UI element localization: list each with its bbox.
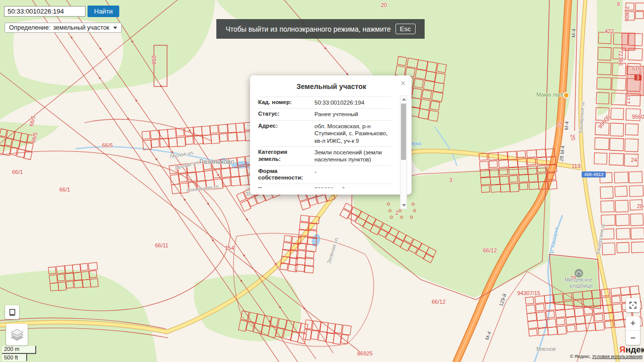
definition-label: Определение: [9, 24, 51, 31]
row-value: 738300 руб [314, 186, 391, 188]
row-value: Земли поселений (земли населенных пункто… [314, 149, 391, 163]
scale-imperial: 500 ft [2, 354, 27, 361]
cemetery-poi-icon[interactable] [575, 269, 583, 278]
chevron-down-icon [113, 27, 117, 29]
scrollbar-thumb[interactable] [401, 104, 406, 160]
row-label: Адрес: [258, 123, 314, 144]
measure-button[interactable] [5, 305, 19, 319]
search-button[interactable]: Найти [88, 6, 119, 17]
row-value: 50:33:0010226:194 [314, 99, 391, 106]
zoom-in-button[interactable]: + [626, 316, 640, 331]
parcel-info-popup: × Земельный участок Кад. номер: 50:33:00… [250, 75, 412, 195]
terms-link[interactable]: Условия использования [592, 354, 642, 359]
yandex-logo-ya: Я [619, 345, 625, 354]
popup-rows: Кад. номер: 50:33:0010226:194 Статус: Ра… [258, 97, 391, 188]
row-label: Категория земель: [258, 149, 314, 163]
esc-key-hint: Esc [395, 24, 416, 34]
scroll-up-icon[interactable] [402, 98, 406, 101]
row-label: Форма собственности: [258, 168, 314, 182]
road-number-badge: 46К-4913 [582, 171, 606, 177]
yandex-logo[interactable]: Яндекс [619, 345, 644, 355]
info-row: Адрес: обл. Московская, р-н Ступинский, … [258, 120, 391, 146]
zoom-controls: + − [626, 316, 640, 345]
block-number-badge: 3 [634, 75, 641, 80]
copyright-text: © Яндекс, [570, 354, 591, 359]
definition-select[interactable]: Определение: земельный участок [5, 23, 122, 33]
layers-button[interactable] [6, 324, 28, 345]
popup-title: Земельный участок [258, 82, 405, 90]
definition-value: земельный участок [53, 24, 110, 31]
fullscreen-exit-banner: Чтобы выйти из полноэкранного режима, на… [216, 19, 425, 39]
info-row: Форма собственности: - [258, 165, 391, 184]
search-bar: Найти [4, 6, 119, 17]
row-label: Кадастровая стоимость: [258, 186, 314, 188]
info-row: Категория земель: Земли поселений (земли… [258, 146, 391, 165]
info-row: Статус: Ранее учтенный [258, 108, 391, 120]
yandex-logo-rest: ндекс [625, 345, 644, 354]
close-icon[interactable]: × [399, 77, 407, 89]
cadastral-search-input[interactable] [4, 6, 86, 17]
row-label: Кад. номер: [258, 99, 314, 106]
copyright-line: © Яндекс, Условия использования [570, 354, 642, 359]
scale-metric: 200 m [2, 346, 36, 354]
banner-text: Чтобы выйти из полноэкранного режима, на… [225, 25, 390, 33]
scroll-down-icon[interactable] [402, 204, 406, 207]
fullscreen-button[interactable] [626, 298, 640, 312]
row-value: обл. Московская, р-н Ступинский, с. Рази… [314, 123, 391, 144]
row-value: - [314, 168, 391, 182]
info-row: Кад. номер: 50:33:0010226:194 [258, 97, 391, 108]
row-value: Ранее учтенный [314, 111, 391, 118]
ruler-icon [8, 308, 17, 317]
popup-scrollbar[interactable] [400, 96, 407, 209]
info-row: Кадастровая стоимость: 738300 руб [258, 184, 391, 188]
zoom-out-button[interactable]: − [626, 331, 640, 345]
map-scale: 200 m 500 ft [2, 346, 36, 361]
layers-icon [10, 328, 25, 341]
fullscreen-icon [629, 301, 637, 309]
row-label: Статус: [258, 111, 314, 118]
cafe-poi-icon[interactable] [563, 92, 570, 99]
